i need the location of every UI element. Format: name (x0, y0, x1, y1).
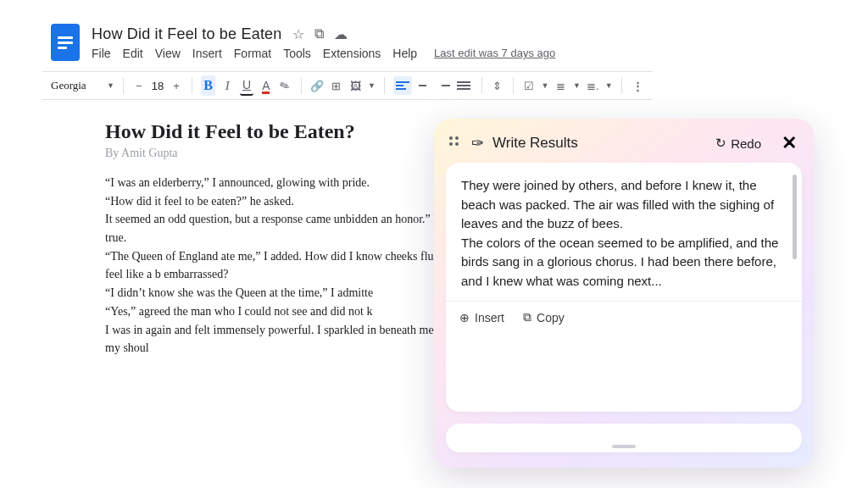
generated-text: They were joined by others, and before I… (446, 163, 802, 301)
highlight-button[interactable]: ✎ (275, 74, 296, 97)
numbered-list-button[interactable]: ≣. (586, 75, 600, 96)
redo-icon: ↻ (715, 136, 726, 151)
insert-image-button[interactable]: 🖼 (348, 75, 363, 96)
result-card: They were joined by others, and before I… (446, 163, 802, 412)
menu-view[interactable]: View (155, 47, 181, 60)
menu-tools[interactable]: Tools (283, 47, 311, 60)
chevron-down-icon[interactable]: ▼ (573, 81, 581, 90)
bulleted-list-button[interactable]: ≣ (554, 75, 568, 96)
write-results-panel: ✑ Write Results ↻ Redo ✕ They were joine… (434, 119, 814, 468)
copy-label: Copy (537, 311, 565, 324)
menu-extensions[interactable]: Extensions (323, 47, 381, 60)
align-center-button[interactable] (414, 76, 432, 95)
formatting-toolbar: Georgia ▼ − 18 + B I U A ✎ 🔗 ⊞ 🖼 ▼ (42, 71, 653, 100)
align-left-button[interactable] (393, 76, 412, 95)
feather-icon: ✑ (471, 134, 484, 152)
chevron-down-icon[interactable]: ▼ (605, 81, 613, 90)
bold-button[interactable]: B (201, 75, 215, 96)
generated-paragraph: The colors of the ocean seemed to be amp… (461, 234, 783, 291)
more-toolbar-icon[interactable]: ⋮ (630, 75, 644, 96)
checklist-button[interactable]: ☑ (522, 75, 537, 96)
prompt-input[interactable] (446, 424, 802, 452)
font-size-decrease[interactable]: − (132, 75, 147, 96)
copy-button[interactable]: ⧉ Copy (523, 310, 565, 324)
font-size-increase[interactable]: + (170, 75, 184, 96)
font-size-value[interactable]: 18 (151, 80, 164, 92)
copy-icon: ⧉ (523, 310, 531, 324)
menu-help[interactable]: Help (392, 47, 417, 60)
font-family-select[interactable]: Georgia (51, 79, 102, 92)
text-color-button[interactable]: A (259, 75, 273, 96)
insert-arrow-icon: ⊕ (459, 311, 470, 324)
italic-button[interactable]: I (220, 75, 235, 96)
star-icon[interactable]: ☆ (292, 26, 304, 42)
scrollbar[interactable] (793, 175, 797, 259)
align-justify-button[interactable] (454, 76, 473, 95)
redo-button[interactable]: ↻ Redo (715, 136, 761, 151)
menu-file[interactable]: File (92, 47, 111, 60)
insert-button[interactable]: ⊕ Insert (459, 310, 504, 324)
docs-logo-icon[interactable] (51, 24, 80, 61)
drag-handle-icon[interactable] (449, 136, 463, 150)
titlebar: How Did it Feel to be Eaten ☆ ⧉ ☁ File E… (42, 17, 653, 63)
generated-paragraph: They were joined by others, and before I… (461, 176, 783, 234)
menu-format[interactable]: Format (234, 47, 271, 60)
chevron-down-icon[interactable]: ▼ (368, 81, 376, 90)
chevron-down-icon[interactable]: ▼ (107, 81, 114, 90)
insert-comment-button[interactable]: ⊞ (329, 75, 343, 96)
last-edit-link[interactable]: Last edit was 7 days ago (434, 47, 555, 59)
cloud-status-icon: ☁ (334, 26, 348, 42)
menu-insert[interactable]: Insert (192, 47, 222, 60)
move-to-folder-icon[interactable]: ⧉ (314, 26, 324, 42)
close-icon[interactable]: ✕ (782, 132, 797, 154)
align-right-button[interactable] (434, 76, 453, 95)
menu-edit[interactable]: Edit (123, 47, 143, 60)
insert-label: Insert (475, 311, 504, 324)
underline-button[interactable]: U (240, 75, 254, 96)
document-title[interactable]: How Did it Feel to be Eaten (92, 25, 282, 43)
menubar: File Edit View Insert Format Tools Exten… (92, 47, 555, 60)
chevron-down-icon[interactable]: ▼ (541, 81, 548, 90)
panel-title: Write Results (492, 135, 707, 152)
insert-link-button[interactable]: 🔗 (310, 75, 325, 96)
alignment-group (393, 76, 473, 95)
line-spacing-button[interactable]: ⇕ (490, 75, 504, 96)
redo-label: Redo (731, 136, 761, 151)
